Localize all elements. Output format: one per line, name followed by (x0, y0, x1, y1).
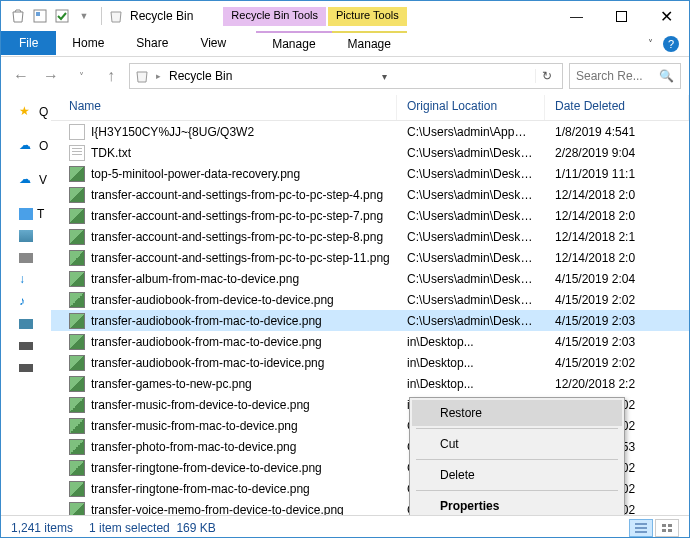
file-location: C:\Users\admin\Desktop... (397, 230, 545, 244)
sidebar-item[interactable]: ↓ (1, 269, 51, 291)
file-date: 12/14/2018 2:0 (545, 188, 689, 202)
file-icon (69, 229, 85, 245)
menu-item-properties[interactable]: Properties (412, 493, 622, 515)
file-location: C:\Users\admin\Desktop... (397, 272, 545, 286)
file-name: TDK.txt (91, 146, 131, 160)
context-tab-recycle[interactable]: Recycle Bin Tools (223, 7, 326, 26)
recycle-bin-addr-icon (134, 68, 150, 84)
file-icon (69, 145, 85, 161)
file-name: transfer-music-from-device-to-device.png (91, 398, 310, 412)
window-title: Recycle Bin (130, 9, 193, 23)
svg-rect-2 (56, 10, 68, 22)
nav-forward-button[interactable]: → (39, 64, 63, 88)
view-switcher (629, 519, 679, 537)
help-icon[interactable]: ? (663, 36, 679, 52)
file-date: 12/14/2018 2:0 (545, 251, 689, 265)
context-tab-picture[interactable]: Picture Tools (328, 7, 407, 26)
sidebar-item[interactable]: T (1, 203, 51, 225)
file-location: in\Desktop... (397, 335, 545, 349)
search-icon: 🔍 (659, 69, 674, 83)
recycle-bin-icon (7, 5, 29, 27)
file-date: 4/15/2019 2:02 (545, 293, 689, 307)
file-name: transfer-audiobook-from-mac-to-device.pn… (91, 314, 322, 328)
nav-recent-dropdown[interactable]: ˅ (69, 64, 93, 88)
status-selection: 1 item selected 169 KB (89, 521, 216, 535)
menu-item-cut[interactable]: Cut (412, 431, 622, 457)
file-row[interactable]: transfer-audiobook-from-device-to-device… (51, 289, 689, 310)
chevron-right-icon[interactable]: ▸ (156, 71, 161, 81)
sidebar-item[interactable] (1, 313, 51, 335)
maximize-button[interactable] (599, 2, 644, 30)
file-date: 4/15/2019 2:02 (545, 356, 689, 370)
file-row[interactable]: transfer-account-and-settings-from-pc-to… (51, 247, 689, 268)
file-row[interactable]: transfer-album-from-mac-to-device.pngC:\… (51, 268, 689, 289)
sidebar-item[interactable] (1, 247, 51, 269)
minimize-button[interactable]: — (554, 2, 599, 30)
file-name: transfer-account-and-settings-from-pc-to… (91, 251, 390, 265)
sidebar-item[interactable]: ♪ (1, 291, 51, 313)
search-input[interactable]: Search Re... 🔍 (569, 63, 681, 89)
qat-checkbox-icon[interactable] (51, 5, 73, 27)
file-icon (69, 334, 85, 350)
sidebar-item[interactable]: ★Q (1, 101, 51, 123)
divider (101, 7, 102, 25)
breadcrumb[interactable]: Recycle Bin (167, 69, 234, 83)
file-row[interactable]: transfer-account-and-settings-from-pc-to… (51, 205, 689, 226)
column-location[interactable]: Original Location (397, 95, 545, 120)
file-icon (69, 250, 85, 266)
menu-item-restore[interactable]: Restore (412, 400, 622, 426)
sidebar-item[interactable] (1, 335, 51, 357)
column-headers: Name Original Location Date Deleted (51, 95, 689, 121)
file-row[interactable]: I{H3Y150CY%JJ~{8UG/Q3W2C:\Users\admin\Ap… (51, 121, 689, 142)
qat-properties-icon[interactable] (29, 5, 51, 27)
file-icon (69, 397, 85, 413)
file-row[interactable]: transfer-account-and-settings-from-pc-to… (51, 226, 689, 247)
svg-rect-3 (617, 11, 627, 21)
search-placeholder: Search Re... (576, 69, 643, 83)
file-row[interactable]: transfer-audiobook-from-mac-to-device.pn… (51, 310, 689, 331)
sidebar-item[interactable]: ☁O (1, 135, 51, 157)
qat-dropdown-icon[interactable]: ▼ (73, 5, 95, 27)
sidebar-item[interactable]: ☁V (1, 169, 51, 191)
sidebar-item[interactable] (1, 357, 51, 379)
file-location: in\Desktop... (397, 356, 545, 370)
nav-back-button[interactable]: ← (9, 64, 33, 88)
file-icon (69, 481, 85, 497)
file-icon (69, 439, 85, 455)
nav-up-button[interactable]: ↑ (99, 64, 123, 88)
tab-view[interactable]: View (184, 31, 242, 55)
file-name: transfer-ringtone-from-mac-to-device.png (91, 482, 310, 496)
window-controls: — ✕ (554, 2, 689, 30)
svg-rect-6 (662, 529, 666, 532)
file-icon (69, 292, 85, 308)
file-date: 1/8/2019 4:541 (545, 125, 689, 139)
file-row[interactable]: transfer-games-to-new-pc.pngin\Desktop..… (51, 373, 689, 394)
file-date: 2/28/2019 9:04 (545, 146, 689, 160)
refresh-button[interactable]: ↻ (535, 69, 558, 83)
file-row[interactable]: transfer-account-and-settings-from-pc-to… (51, 184, 689, 205)
tab-share[interactable]: Share (120, 31, 184, 55)
tab-manage-picture[interactable]: Manage (332, 31, 407, 55)
address-dropdown-icon[interactable]: ▾ (382, 71, 387, 82)
file-row[interactable]: top-5-minitool-power-data-recovery.pngC:… (51, 163, 689, 184)
close-button[interactable]: ✕ (644, 2, 689, 30)
tab-file[interactable]: File (1, 31, 56, 55)
ribbon-expand-icon[interactable]: ˅ (648, 38, 653, 49)
tab-home[interactable]: Home (56, 31, 120, 55)
file-row[interactable]: TDK.txtC:\Users\admin\Desktop2/28/2019 9… (51, 142, 689, 163)
column-date[interactable]: Date Deleted (545, 95, 689, 120)
view-icons-button[interactable] (655, 519, 679, 537)
titlebar: ▼ Recycle Bin Recycle Bin Tools Picture … (1, 1, 689, 31)
file-name: transfer-album-from-mac-to-device.png (91, 272, 299, 286)
sidebar-item[interactable] (1, 225, 51, 247)
address-bar[interactable]: ▸ Recycle Bin ▾ ↻ (129, 63, 563, 89)
tab-manage-recycle[interactable]: Manage (256, 31, 331, 55)
file-row[interactable]: transfer-audiobook-from-mac-to-device.pn… (51, 331, 689, 352)
file-row[interactable]: transfer-audiobook-from-mac-to-idevice.p… (51, 352, 689, 373)
view-details-button[interactable] (629, 519, 653, 537)
column-name[interactable]: Name (51, 95, 397, 120)
file-location: in\Desktop... (397, 377, 545, 391)
menu-item-delete[interactable]: Delete (412, 462, 622, 488)
svg-rect-4 (662, 524, 666, 527)
file-name: transfer-audiobook-from-mac-to-idevice.p… (91, 356, 324, 370)
